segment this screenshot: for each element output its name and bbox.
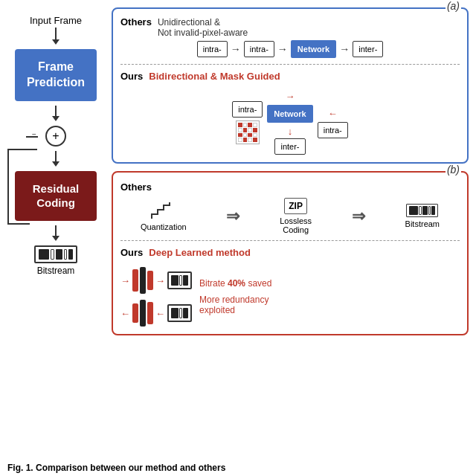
panel-b-label: (b) — [446, 164, 461, 176]
mc1 — [238, 123, 242, 127]
bitrate-saved-text: Bitrate 40% saved — [199, 278, 271, 289]
ours-section-a: Ours Bidirectional & Mask Guided intra- — [120, 71, 460, 155]
arr-1: → — [231, 43, 241, 55]
dec-bars — [132, 300, 153, 327]
arr-enc-left: → — [120, 275, 130, 286]
bot-bs — [167, 304, 192, 322]
dec-b1 — [132, 303, 138, 323]
mc7 — [248, 128, 252, 132]
mid-bs — [167, 271, 192, 289]
decoder-row: ← ← — [120, 300, 192, 327]
ours-right-text: Bitrate 40% saved More redundancy exploi… — [199, 278, 271, 315]
ours-title-b: Ours — [120, 247, 143, 258]
sum-area: − + — [26, 121, 86, 151]
arr-2: → — [277, 43, 288, 55]
input-frame-label: Input Frame — [30, 15, 82, 26]
mbs3 — [183, 275, 188, 286]
arr-3: → — [339, 43, 350, 55]
arr-b1: ⇒ — [226, 207, 239, 226]
mc11 — [248, 133, 252, 138]
arr-ours-left-up: → — [286, 91, 295, 102]
arr-ours-right: ← — [328, 108, 338, 119]
bs2 — [419, 206, 422, 215]
others-row-b: Quantization ⇒ ZIP Lossless Coding ⇒ — [120, 198, 460, 234]
arr-dec-left: ← — [120, 308, 130, 319]
mc6 — [243, 128, 248, 132]
bbs1 — [171, 308, 178, 318]
bbar-1 — [39, 249, 49, 260]
enc-b3 — [147, 271, 153, 290]
others-network-row: intra- → intra- → Network → inter- — [120, 40, 460, 58]
others-title-a: Others — [120, 16, 152, 28]
arrow-1 — [55, 28, 57, 39]
sum-circle: + — [45, 126, 66, 147]
zip-box: ZIP — [284, 198, 307, 214]
mask-icon — [236, 120, 260, 144]
arrow-4 — [55, 225, 57, 236]
ours-section-b: Ours Deep Learned method → — [120, 247, 460, 327]
mc16 — [253, 138, 257, 142]
dec-b2 — [140, 300, 146, 327]
arr-ours-down: ↓ — [288, 126, 293, 137]
bs1 — [409, 206, 418, 215]
bbar-2 — [51, 249, 54, 260]
ours-deep-row: → → — [120, 267, 460, 327]
mc15 — [248, 138, 252, 142]
arrowhead-4 — [52, 236, 60, 241]
encoder-row: → → — [120, 267, 192, 294]
arr-enc-right: → — [155, 275, 165, 286]
arrowhead-3 — [52, 161, 60, 167]
enc-b2 — [140, 267, 146, 294]
bbar-3 — [56, 249, 62, 260]
others-intra2: intra- — [244, 41, 274, 57]
mc3 — [248, 123, 252, 127]
mc14 — [243, 138, 248, 142]
enc-b1 — [132, 269, 138, 292]
mc2 — [243, 123, 248, 127]
mc13 — [238, 138, 242, 142]
mc4 — [253, 123, 257, 127]
arrow-3 — [55, 151, 57, 161]
bitstream-output: Bitstream — [34, 245, 77, 276]
quant-label: Quantization — [141, 222, 187, 231]
bs-bars — [406, 204, 438, 217]
others-section-b: Others Quantization ⇒ ZI — [120, 180, 460, 234]
panel-b: (b) Others Quantization — [112, 171, 469, 335]
left-column: Input Frame Frame Prediction − + — [7, 7, 104, 335]
others-intra1: intra- — [197, 41, 228, 57]
quantization-item: Quantization — [141, 201, 187, 231]
bbar-4 — [64, 249, 67, 260]
residual-coding-box: Residual Coding — [15, 171, 97, 221]
bs4 — [428, 206, 431, 215]
others-subtitle-a: Unidirectional & Not invalid-pixel-aware — [158, 17, 248, 38]
mc12 — [253, 133, 257, 138]
ours-right-side: ← intra- — [318, 108, 348, 138]
arrowhead-1 — [52, 39, 60, 45]
ours-intra1: intra- — [232, 101, 263, 118]
feedback-top-h — [7, 149, 37, 150]
ours-intra2: intra- — [318, 122, 348, 138]
divider-b — [120, 240, 460, 241]
staircase-svg — [150, 201, 177, 220]
figure-caption: Fig. 1. Comparison between our method an… — [7, 463, 225, 473]
bbar-5 — [68, 249, 73, 260]
arr-b2: ⇒ — [352, 207, 365, 226]
others-section-a: Others Unidirectional & Not invalid-pixe… — [120, 16, 460, 58]
mc8 — [253, 128, 257, 132]
others-title-b: Others — [120, 181, 152, 193]
bbs3 — [183, 308, 188, 318]
lossless-item: ZIP Lossless Coding — [280, 198, 312, 234]
ours-inter: inter- — [274, 138, 305, 155]
feedback-line — [7, 149, 9, 223]
bitstream-item-b: Bitstream — [405, 204, 440, 228]
panel-a-label: (a) — [446, 0, 461, 12]
ours-left-side: intra- — [232, 101, 263, 144]
ours-title-a: Ours — [120, 71, 143, 82]
panel-a: (a) Others Unidirectional & Not invalid-… — [112, 7, 469, 164]
enc-bars — [132, 267, 153, 294]
right-column: (a) Others Unidirectional & Not invalid-… — [112, 7, 469, 335]
codec-blocks: → → — [120, 267, 192, 327]
plus-sign: + — [52, 130, 59, 142]
redundancy-text: More redundancy exploited — [199, 295, 271, 315]
minus-label: − — [32, 130, 36, 138]
